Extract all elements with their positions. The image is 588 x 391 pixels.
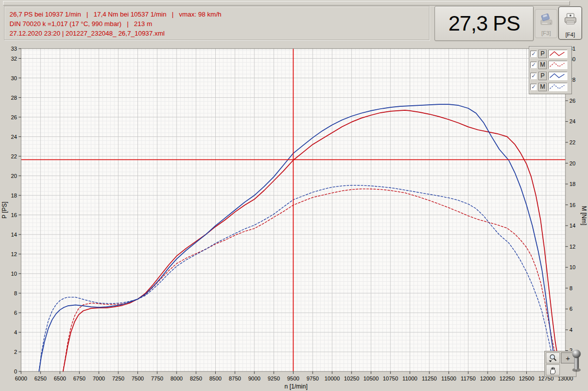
y-axis-left-title: P [PS] bbox=[1, 202, 8, 219]
tick-label: 7500 bbox=[131, 375, 143, 381]
axis-knob-control[interactable] bbox=[570, 348, 582, 373]
tick-label: 16 bbox=[11, 212, 17, 218]
pan-tool-button[interactable] bbox=[546, 364, 560, 375]
legend-label: P bbox=[538, 50, 547, 58]
legend-row-torque-red: ✓M bbox=[530, 59, 570, 70]
tick-label: 6250 bbox=[35, 375, 47, 381]
tick-label: 6 bbox=[14, 310, 17, 316]
tick-label: 26 bbox=[11, 114, 17, 120]
legend-checkbox-power-blue[interactable]: ✓ bbox=[530, 73, 537, 79]
legend-checkbox-torque-red[interactable]: ✓ bbox=[530, 62, 537, 68]
tick-label: 7000 bbox=[93, 375, 105, 381]
tick-label: 12250 bbox=[499, 375, 515, 381]
tick-label: 9750 bbox=[307, 375, 319, 381]
legend-label: P bbox=[538, 72, 547, 80]
tick-label: 16 bbox=[569, 202, 575, 208]
tick-label: 10000 bbox=[325, 375, 340, 381]
tick-label: 8 bbox=[569, 285, 572, 291]
tick-label: 12 bbox=[11, 251, 17, 257]
tick-label: 6750 bbox=[73, 375, 85, 381]
zoom-tool-button[interactable] bbox=[546, 352, 560, 363]
chart-legend: ✓P✓M✓P✓M bbox=[529, 46, 572, 94]
tick-label: 11250 bbox=[422, 375, 437, 381]
legend-line-sample[interactable] bbox=[548, 72, 567, 80]
legend-row-power-blue: ✓P bbox=[530, 70, 570, 81]
tick-label: 22 bbox=[569, 139, 575, 145]
dyno-chart: 6000625065006750700072507500775080008250… bbox=[0, 0, 588, 391]
tick-label: 20 bbox=[11, 173, 17, 179]
legend-line-sample[interactable] bbox=[548, 83, 567, 91]
tick-label: 24 bbox=[569, 118, 575, 124]
tick-label: 10750 bbox=[383, 375, 398, 381]
dyno-app-window: 26,7 PS bei 10937 1/min | 17,4 Nm bei 10… bbox=[0, 0, 588, 391]
tick-label: 7250 bbox=[112, 375, 124, 381]
y-axis-right-title: M [Nm] bbox=[580, 206, 587, 226]
magnifier-icon bbox=[547, 353, 558, 363]
tick-label: 9500 bbox=[287, 375, 299, 381]
tick-label: 8750 bbox=[229, 375, 241, 381]
tick-label: 4 bbox=[569, 327, 572, 333]
legend-label: M bbox=[538, 83, 547, 91]
tick-label: 6000 bbox=[15, 375, 27, 381]
tick-label: 10250 bbox=[344, 375, 359, 381]
tick-label: 2 bbox=[14, 349, 17, 355]
tick-label: 14 bbox=[11, 232, 17, 238]
legend-checkbox-power-red[interactable]: ✓ bbox=[530, 51, 537, 57]
tick-label: 9250 bbox=[268, 375, 280, 381]
hand-icon bbox=[548, 365, 558, 375]
tick-label: 20 bbox=[569, 160, 575, 166]
tick-label: 26 bbox=[569, 98, 575, 104]
tick-label: 10 bbox=[11, 271, 17, 277]
tick-label: 11500 bbox=[442, 375, 457, 381]
tick-label: 11000 bbox=[402, 375, 417, 381]
tick-label: 6500 bbox=[54, 375, 66, 381]
tick-label: 18 bbox=[11, 192, 17, 199]
tick-label: 28 bbox=[11, 95, 17, 101]
tick-label: 33 bbox=[11, 46, 17, 52]
legend-line-sample[interactable] bbox=[548, 61, 567, 69]
plus-icon: + bbox=[566, 354, 570, 362]
tick-label: 14 bbox=[569, 223, 575, 229]
tick-label: 12000 bbox=[480, 375, 496, 381]
tick-label: 10 bbox=[569, 264, 575, 270]
tick-label: 8500 bbox=[209, 375, 221, 381]
tick-label: 9000 bbox=[248, 375, 260, 381]
x-axis-title: n [1/min] bbox=[284, 383, 308, 390]
legend-row-power-red: ✓P bbox=[530, 48, 570, 59]
tick-label: 8250 bbox=[190, 375, 202, 381]
tick-label: 6 bbox=[569, 306, 572, 312]
tick-label: 4 bbox=[14, 329, 17, 335]
tick-label: 12 bbox=[569, 244, 575, 250]
tick-label: 18 bbox=[569, 181, 575, 187]
tick-label: 22 bbox=[11, 153, 17, 159]
tick-label: 8 bbox=[14, 290, 17, 296]
tick-label: 11750 bbox=[461, 375, 476, 381]
tick-label: 30 bbox=[11, 75, 17, 81]
legend-line-sample[interactable] bbox=[548, 50, 567, 58]
tick-label: 0 bbox=[14, 368, 17, 374]
tick-label: 8000 bbox=[171, 375, 183, 381]
legend-checkbox-torque-blue[interactable]: ✓ bbox=[530, 84, 537, 90]
tick-label: 10500 bbox=[363, 375, 379, 381]
tick-label: 32 bbox=[11, 56, 17, 62]
legend-label: M bbox=[538, 61, 547, 69]
legend-row-torque-blue: ✓M bbox=[530, 81, 570, 92]
tick-label: 24 bbox=[11, 134, 17, 140]
tick-label: 12500 bbox=[519, 375, 534, 381]
tick-label: 7750 bbox=[151, 375, 163, 381]
